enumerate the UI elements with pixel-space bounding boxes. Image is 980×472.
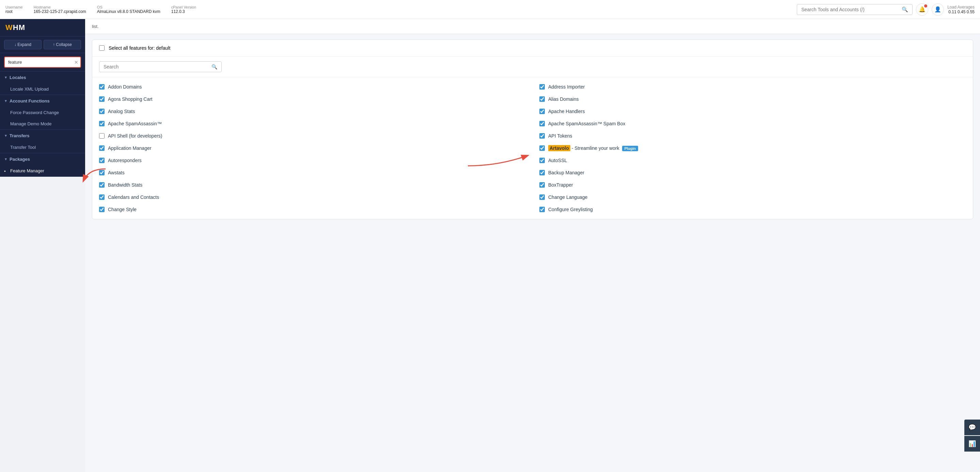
sidebar-search-input[interactable]: feature: [4, 57, 81, 68]
list-item: API Shell (for developers): [92, 130, 533, 142]
topbar: Username root Hostname 165-232-125-27.cp…: [0, 0, 980, 19]
feature-label: API Shell (for developers): [108, 133, 162, 138]
feature-label: Agora Shopping Cart: [108, 96, 153, 102]
chart-icon-button[interactable]: 📊: [964, 436, 980, 451]
notifications-button[interactable]: 🔔: [916, 3, 928, 16]
nav-group-transfers-label: Transfers: [10, 133, 30, 138]
feature-label: Apache SpamAssassin™ Spam Box: [548, 121, 625, 126]
feature-checkbox[interactable]: [99, 194, 105, 200]
topbar-right: 🔍 🔔 👤 Load Averages 0.11 0.45 0.55: [797, 3, 975, 16]
feature-search-input[interactable]: [103, 64, 212, 70]
main-content: list. Select all features for: default 🔍: [85, 19, 980, 472]
nav-group-account-functions[interactable]: ▾ Account Functions: [0, 95, 85, 107]
list-item: Bandwidth Stats: [92, 179, 533, 191]
feature-checkbox[interactable]: [539, 158, 545, 163]
search-icon: 🔍: [212, 64, 217, 70]
list-item: Agora Shopping Cart: [92, 93, 533, 105]
list-item-artavolo: Artavolo - Streamline your work Plugin: [533, 142, 973, 154]
plugin-badge: Plugin: [622, 146, 638, 151]
feature-checkbox[interactable]: [99, 170, 105, 175]
feature-column-left: Addon Domains Agora Shopping Cart Analog…: [92, 81, 533, 216]
feature-checkbox[interactable]: [99, 145, 105, 151]
load-averages: Load Averages 0.11 0.45 0.55: [947, 5, 975, 14]
feature-checkbox[interactable]: [99, 182, 105, 188]
user-menu-button[interactable]: 👤: [932, 3, 944, 16]
feature-label: Application Manager: [108, 145, 151, 151]
list-item: Apache SpamAssassin™: [92, 118, 533, 130]
sidebar-item-feature-manager[interactable]: Feature Manager: [0, 165, 85, 176]
feature-label: Change Language: [548, 194, 587, 200]
nav-group-locales[interactable]: ▾ Locales: [0, 72, 85, 83]
select-all-checkbox[interactable]: [99, 45, 105, 51]
feature-checkbox[interactable]: [539, 170, 545, 175]
artavolo-suffix: - Streamline your work: [572, 145, 619, 151]
list-item: Alias Domains: [533, 93, 973, 105]
chevron-icon: ▾: [5, 157, 7, 161]
sidebar-item-manage-demo-mode[interactable]: Manage Demo Mode: [0, 118, 85, 129]
topbar-os: OS AlmaLinux v8.8.0 STANDARD kvm: [97, 5, 161, 14]
global-search-input[interactable]: [801, 7, 902, 12]
sidebar-search: feature ✕: [0, 53, 85, 72]
sidebar-item-transfer-tool[interactable]: Transfer Tool: [0, 141, 85, 153]
nav-section-transfers: ▾ Transfers Transfer Tool: [0, 130, 85, 153]
feature-checkbox[interactable]: [99, 158, 105, 163]
collapse-button[interactable]: ↑ Collapse: [44, 40, 81, 49]
feature-label: Addon Domains: [108, 84, 142, 89]
list-item: Application Manager: [92, 142, 533, 154]
list-item: Autoresponders: [92, 154, 533, 167]
list-item: Address Importer: [533, 81, 973, 93]
expand-button[interactable]: ↓ Expand: [4, 40, 41, 49]
nav-section-account-functions: ▾ Account Functions Force Password Chang…: [0, 95, 85, 130]
feature-label: Apache Handlers: [548, 109, 585, 114]
feature-checkbox[interactable]: [99, 207, 105, 212]
feature-checkbox[interactable]: [539, 182, 545, 188]
feature-checkbox[interactable]: [99, 84, 105, 89]
list-item: Analog Stats: [92, 105, 533, 118]
breadcrumb: list.: [85, 19, 980, 34]
feature-grid: Addon Domains Agora Shopping Cart Analog…: [92, 77, 973, 219]
feature-label: AutoSSL: [548, 158, 567, 163]
feature-search-box[interactable]: 🔍: [99, 61, 222, 72]
topbar-hostname: Hostname 165-232-125-27.cprapid.com: [34, 5, 86, 14]
search-icon: 🔍: [902, 6, 908, 13]
feature-checkbox[interactable]: [539, 96, 545, 102]
feature-label: Calendars and Contacts: [108, 194, 159, 200]
feature-label: Analog Stats: [108, 109, 135, 114]
sidebar-search-clear-icon[interactable]: ✕: [74, 60, 78, 65]
notification-badge: [924, 5, 927, 8]
list-item: Change Style: [92, 203, 533, 216]
nav-group-account-functions-label: Account Functions: [10, 99, 50, 103]
select-all-label: Select all features for: default: [109, 45, 170, 51]
nav-section-locales: ▾ Locales Locale XML Upload: [0, 72, 85, 95]
nav-group-locales-label: Locales: [10, 75, 26, 80]
list-item: Apache Handlers: [533, 105, 973, 118]
chat-icon-button[interactable]: 💬: [964, 420, 980, 435]
feature-checkbox[interactable]: [99, 109, 105, 114]
feature-checkbox[interactable]: [539, 133, 545, 138]
feature-checkbox[interactable]: [539, 207, 545, 212]
feature-checkbox[interactable]: [539, 194, 545, 200]
global-search-box[interactable]: 🔍: [797, 4, 913, 15]
topbar-info: Username root Hostname 165-232-125-27.cp…: [5, 5, 786, 14]
feature-checkbox[interactable]: [539, 84, 545, 89]
nav-group-packages-label: Packages: [10, 157, 30, 162]
list-item: BoxTrapper: [533, 179, 973, 191]
feature-checkbox[interactable]: [99, 121, 105, 126]
artavolo-label: Artavolo - Streamline your work Plugin: [548, 145, 638, 151]
feature-manager-card: Select all features for: default 🔍 Addon…: [92, 40, 973, 219]
nav-section-packages: ▾ Packages Feature Manager: [0, 153, 85, 177]
feature-checkbox[interactable]: [99, 96, 105, 102]
content-body: Select all features for: default 🔍 Addon…: [85, 34, 980, 225]
nav-group-packages[interactable]: ▾ Packages: [0, 153, 85, 165]
feature-checkbox[interactable]: [539, 121, 545, 126]
sidebar-item-force-password-change[interactable]: Force Password Change: [0, 107, 85, 118]
list-item: API Tokens: [533, 130, 973, 142]
nav-group-transfers[interactable]: ▾ Transfers: [0, 130, 85, 141]
feature-search-row: 🔍: [92, 57, 973, 77]
list-item: Backup Manager: [533, 167, 973, 179]
feature-checkbox[interactable]: [99, 133, 105, 138]
feature-checkbox[interactable]: [539, 145, 545, 151]
sidebar-item-locale-xml-upload[interactable]: Locale XML Upload: [0, 83, 85, 95]
feature-checkbox[interactable]: [539, 109, 545, 114]
sidebar-controls: ↓ Expand ↑ Collapse: [0, 37, 85, 53]
